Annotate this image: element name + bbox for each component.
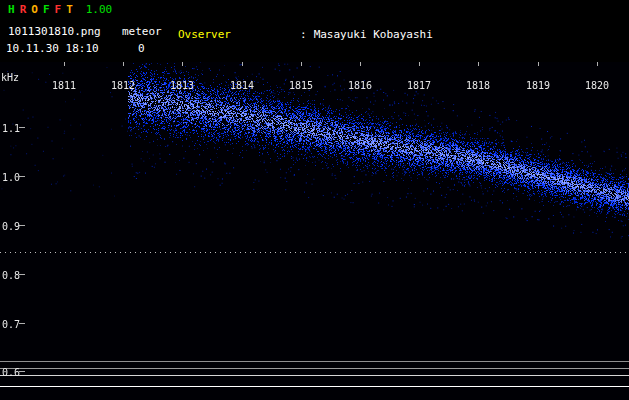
x-tick (478, 62, 479, 66)
y-axis-unit: kHz (1, 71, 19, 84)
time-label: 1815 (286, 79, 316, 92)
output-filename: 1011301810.png (8, 25, 101, 38)
time-label: 1819 (523, 79, 553, 92)
spectrogram: 1811 1812 1813 1814 1815 1816 1817 1818 … (0, 62, 629, 400)
x-tick (123, 62, 124, 66)
time-label: 1818 (463, 79, 493, 92)
freq-label: 1.1 (2, 122, 22, 135)
meteor-count: 0 (138, 42, 145, 55)
time-label: 1813 (167, 79, 197, 92)
x-tick (301, 62, 302, 66)
info-separator: : (300, 28, 307, 41)
time-label: 1817 (404, 79, 434, 92)
timestamp: 10.11.30 18:10 (6, 42, 99, 55)
info-value: Masayuki Kobayashi (314, 28, 433, 41)
info-row-observer: Ovserver:Masayuki Kobayashi (178, 28, 625, 41)
x-tick (360, 62, 361, 66)
freq-label: 0.8 (2, 269, 22, 282)
time-label: 1816 (345, 79, 375, 92)
x-tick (538, 62, 539, 66)
title-letter: H (8, 3, 15, 16)
spectrogram-canvas (0, 62, 629, 358)
info-label: Ovserver (178, 28, 300, 41)
freq-label: 0.7 (2, 318, 22, 331)
app-title: HROFFT1.00 (8, 3, 112, 16)
x-tick (182, 62, 183, 66)
title-letter: T (66, 3, 73, 16)
x-tick (242, 62, 243, 66)
freq-label: 0.9 (2, 220, 22, 233)
app-version: 1.00 (86, 3, 113, 16)
time-label: 1820 (582, 79, 612, 92)
freq-label: 1.0 (2, 171, 22, 184)
x-tick (597, 62, 598, 66)
title-letter: F (55, 3, 62, 16)
time-label: 1814 (227, 79, 257, 92)
mode-label: meteor (122, 25, 162, 38)
hrofft-window: HROFFT1.00 1011301810.png meteor 10.11.3… (0, 0, 629, 400)
title-letter: F (43, 3, 50, 16)
time-label: 1812 (108, 79, 138, 92)
x-tick (64, 62, 65, 66)
reference-dotted-line (0, 252, 629, 253)
level-trace-line (0, 375, 629, 376)
freq-label: 0.6 (2, 366, 22, 379)
level-trace-line (0, 386, 629, 387)
x-tick (419, 62, 420, 66)
time-label: 1811 (49, 79, 79, 92)
level-trace-line (0, 361, 629, 362)
title-letter: R (20, 3, 27, 16)
title-letter: O (31, 3, 38, 16)
header: HROFFT1.00 1011301810.png meteor 10.11.3… (0, 0, 629, 62)
level-trace-line (0, 368, 629, 369)
